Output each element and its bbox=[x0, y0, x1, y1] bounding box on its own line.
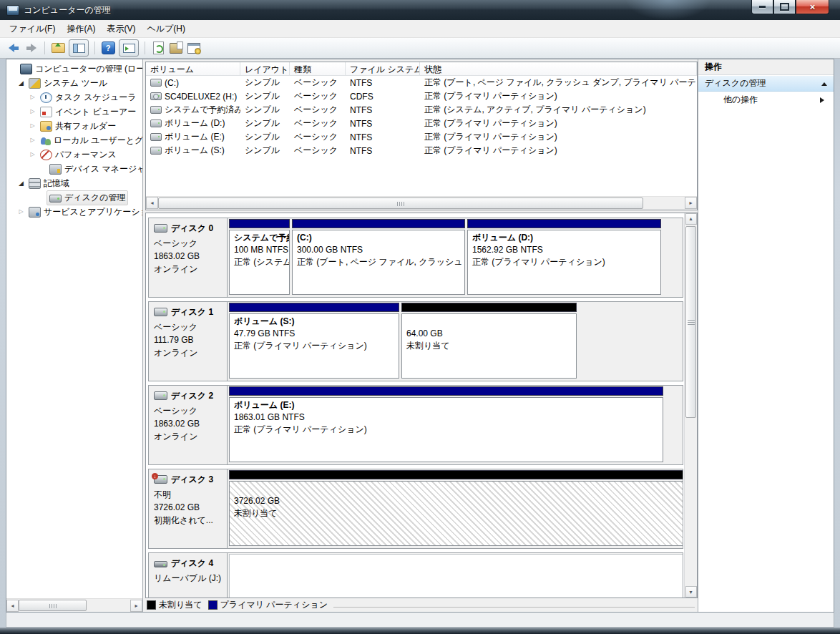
volume-row[interactable]: ボリューム (S:) シンプル ベーシック NTFS 正常 (プライマリ パーテ… bbox=[146, 144, 697, 157]
help-icon bbox=[102, 42, 115, 54]
tree-item-icon bbox=[29, 78, 41, 89]
disk-label[interactable]: ディスク 4 リムーバブル (J:) bbox=[149, 553, 228, 598]
tree-expand-arrow[interactable] bbox=[28, 104, 37, 119]
volume-type: ベーシック bbox=[290, 104, 346, 116]
maximize-button[interactable] bbox=[773, 0, 796, 14]
column-header[interactable]: 種類 bbox=[290, 62, 346, 75]
tree-expand-arrow[interactable] bbox=[28, 119, 37, 133]
disk-label[interactable]: ディスク 3 不明3726.02 GB初期化されて... bbox=[149, 469, 228, 548]
console-tree-toggle-button[interactable] bbox=[69, 39, 89, 57]
scrollbar-thumb[interactable] bbox=[19, 600, 87, 611]
partition-body[interactable]: 3726.02 GB 未割り当て bbox=[229, 481, 683, 546]
volume-list: ボリュームレイアウト種類ファイル システム状態 (C:) シンプル ベーシック … bbox=[145, 62, 698, 210]
action-pane-toggle-button[interactable] bbox=[119, 39, 139, 57]
volume-row[interactable]: (C:) シンプル ベーシック NTFS 正常 (ブート, ページ ファイル, … bbox=[146, 76, 697, 89]
tree-expand-arrow[interactable] bbox=[16, 76, 26, 91]
partition[interactable] bbox=[229, 554, 683, 598]
volume-row[interactable]: システムで予約済み シンプル ベーシック NTFS 正常 (システム, アクティ… bbox=[146, 103, 697, 117]
partition[interactable]: (C:) 300.00 GB NTFS 正常 (ブート, ページ ファイル, ク… bbox=[292, 219, 465, 295]
partition-color-band bbox=[401, 303, 577, 312]
column-header[interactable]: 状態 bbox=[420, 62, 697, 75]
tree-item[interactable]: パフォーマンス bbox=[6, 147, 142, 162]
scroll-right-arrow[interactable]: ▸ bbox=[685, 197, 697, 209]
tree-expand-arrow[interactable] bbox=[16, 205, 26, 219]
partition[interactable]: ボリューム (E:) 1863.01 GB NTFS 正常 (プライマリ パーテ… bbox=[229, 386, 663, 462]
close-button[interactable]: × bbox=[796, 0, 829, 14]
tree-item-icon bbox=[40, 92, 52, 103]
menu-item[interactable]: ヘルプ(H) bbox=[141, 20, 191, 38]
menu-item[interactable]: ファイル(F) bbox=[4, 20, 61, 38]
tree-item[interactable]: サービスとアプリケーショ bbox=[6, 205, 142, 219]
volume-row[interactable]: ボリューム (D:) シンプル ベーシック NTFS 正常 (プライマリ パーテ… bbox=[146, 117, 697, 130]
column-header[interactable]: ボリューム bbox=[146, 62, 240, 75]
minimize-button[interactable] bbox=[751, 0, 773, 14]
export-list-icon bbox=[52, 43, 65, 53]
column-header[interactable]: レイアウト bbox=[240, 62, 290, 75]
tree-expand-arrow[interactable] bbox=[28, 133, 37, 147]
partition-body[interactable]: ボリューム (D:) 1562.92 GB NTFS 正常 (プライマリ パーテ… bbox=[467, 230, 661, 295]
tree-item[interactable]: ディスクの管理 bbox=[6, 190, 142, 205]
tree-expand-arrow[interactable] bbox=[28, 147, 37, 162]
disk-label[interactable]: ディスク 0 ベーシック1863.02 GBオンライン bbox=[149, 218, 228, 297]
partition-status: 正常 (ブート, ページ ファイル, クラッシュ ダンプ, プライマリ パーティ… bbox=[297, 256, 460, 268]
scroll-right-arrow[interactable]: ▸ bbox=[130, 600, 142, 612]
more-actions-item[interactable]: 他の操作 bbox=[698, 92, 834, 108]
scroll-left-arrow[interactable]: ◂ bbox=[6, 600, 19, 612]
tree-expand-arrow[interactable] bbox=[28, 90, 37, 104]
tree-item[interactable]: タスク スケジューラ bbox=[6, 90, 142, 104]
back-button[interactable] bbox=[6, 40, 21, 56]
partition[interactable]: ボリューム (D:) 1562.92 GB NTFS 正常 (プライマリ パーテ… bbox=[467, 219, 661, 295]
properties-button[interactable] bbox=[169, 40, 183, 56]
partition[interactable]: 3726.02 GB 未割り当て bbox=[229, 470, 683, 546]
volume-icon bbox=[150, 147, 162, 155]
volume-list-horizontal-scrollbar[interactable]: ◂ ▸ bbox=[146, 196, 697, 210]
scroll-left-arrow[interactable]: ◂ bbox=[146, 197, 158, 209]
disk-info-line: ベーシック bbox=[154, 404, 222, 417]
volume-status: 正常 (プライマリ パーティション) bbox=[420, 131, 697, 143]
tree-item[interactable]: イベント ビューアー bbox=[6, 104, 142, 119]
partition-body[interactable]: (C:) 300.00 GB NTFS 正常 (ブート, ページ ファイル, ク… bbox=[292, 230, 465, 295]
menu-item[interactable]: 操作(A) bbox=[61, 20, 101, 38]
tree-horizontal-scrollbar[interactable]: ◂ ▸ bbox=[6, 598, 142, 612]
scrollbar-thumb[interactable] bbox=[158, 197, 643, 209]
tree-item-label: ディスクの管理 bbox=[64, 192, 125, 204]
tree-item-label: 共有フォルダー bbox=[55, 120, 116, 132]
disk-label[interactable]: ディスク 1 ベーシック111.79 GBオンライン bbox=[149, 302, 228, 381]
partition-body[interactable]: システムで予約済み 100 MB NTFS 正常 (システム, アクティブ, プ… bbox=[229, 230, 290, 295]
refresh-button[interactable] bbox=[151, 40, 165, 56]
tree-item[interactable]: システム ツール bbox=[6, 76, 142, 90]
collapse-icon[interactable] bbox=[821, 79, 827, 86]
console-window-button[interactable] bbox=[187, 40, 201, 56]
partition[interactable]: システムで予約済み 100 MB NTFS 正常 (システム, アクティブ, プ… bbox=[229, 219, 290, 295]
scroll-down-arrow[interactable]: ▾ bbox=[685, 586, 697, 598]
tree-expand-arrow[interactable] bbox=[16, 176, 26, 191]
tree-item[interactable]: デバイス マネージャー bbox=[6, 162, 142, 176]
disk-label[interactable]: ディスク 2 ベーシック1863.02 GBオンライン bbox=[149, 386, 228, 464]
disk-view-vertical-scrollbar[interactable]: ▴ ▾ bbox=[684, 213, 697, 598]
partition-size: 100 MB NTFS bbox=[234, 244, 285, 256]
scroll-up-arrow[interactable]: ▴ bbox=[685, 213, 697, 225]
partition-body[interactable] bbox=[229, 554, 683, 598]
tree-item[interactable]: 共有フォルダー bbox=[6, 119, 142, 133]
partition[interactable]: ボリューム (S:) 47.79 GB NTFS 正常 (プライマリ パーティシ… bbox=[229, 303, 399, 379]
partition-body[interactable]: ボリューム (E:) 1863.01 GB NTFS 正常 (プライマリ パーテ… bbox=[229, 397, 663, 462]
action-group-disk-management[interactable]: ディスクの管理 bbox=[698, 75, 834, 92]
export-list-button[interactable] bbox=[51, 40, 65, 56]
help-button[interactable] bbox=[101, 40, 115, 56]
forward-button[interactable] bbox=[24, 40, 39, 56]
partition[interactable]: 64.00 GB 未割り当て bbox=[401, 303, 577, 379]
volume-row[interactable]: SC4DELUXE2 (H:) シンプル ベーシック CDFS 正常 (プライマ… bbox=[146, 89, 697, 103]
partition-body[interactable]: 64.00 GB 未割り当て bbox=[401, 313, 577, 379]
volume-row[interactable]: ボリューム (E:) シンプル ベーシック NTFS 正常 (プライマリ パーテ… bbox=[146, 130, 697, 144]
scrollbar-thumb[interactable] bbox=[685, 226, 696, 418]
action-pane-toggle-icon bbox=[123, 44, 135, 53]
tree-item[interactable]: 記憶域 bbox=[6, 176, 142, 190]
partition-title bbox=[406, 316, 572, 328]
column-header[interactable]: ファイル システム bbox=[346, 62, 420, 75]
volume-layout: シンプル bbox=[240, 131, 290, 143]
menu-item[interactable]: 表示(V) bbox=[101, 20, 141, 38]
partition-body[interactable]: ボリューム (S:) 47.79 GB NTFS 正常 (プライマリ パーティシ… bbox=[229, 313, 399, 379]
tree-item[interactable]: コンピューターの管理 (ローカ bbox=[6, 62, 142, 76]
action-group-label: ディスクの管理 bbox=[705, 77, 821, 89]
tree-item[interactable]: ローカル ユーザーとグ bbox=[6, 133, 142, 147]
